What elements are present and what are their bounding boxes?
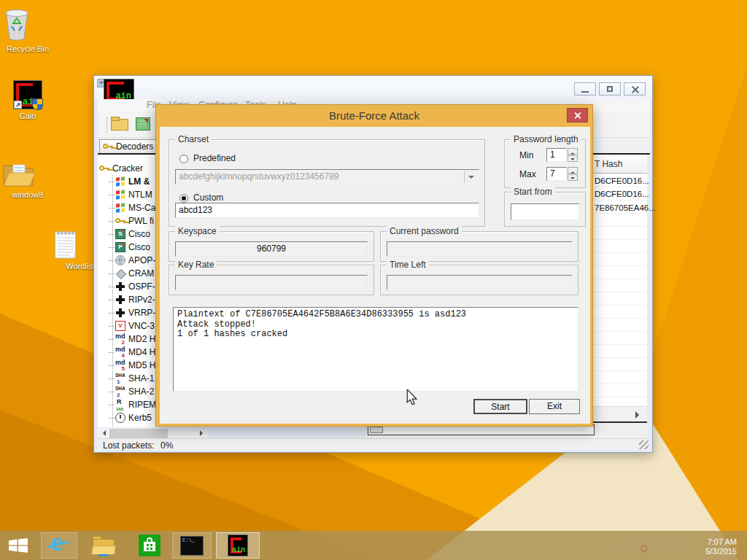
password-length-group: Password length Min 1 Max 7 (504, 139, 586, 188)
key-icon (103, 141, 113, 152)
window-titlebar[interactable] (94, 76, 652, 99)
taskbar: C:\_ aín (0, 531, 747, 560)
current-password-group: Current password (380, 231, 578, 262)
min-length-field[interactable]: 1 (546, 148, 567, 162)
start-sniffer-toolbar-icon[interactable] (136, 117, 150, 131)
cain-app-icon: aín ↗ (13, 80, 42, 109)
vnc-icon: V (115, 321, 125, 331)
keyspace-field: 960799 (175, 241, 368, 257)
tree-horizontal-scrollbar[interactable] (98, 428, 209, 439)
cisco-pix-icon: P (115, 242, 125, 252)
attack-output-box[interactable]: Plaintext of C7E86705EA4642F5B8A6E34D863… (173, 307, 578, 392)
key-rate-group: Key Rate (169, 265, 374, 295)
status-label: Lost packets: (103, 440, 155, 451)
open-file-toolbar-icon[interactable] (111, 119, 128, 131)
md2-icon (115, 334, 125, 344)
start-from-input[interactable] (511, 203, 579, 220)
current-password-field (387, 241, 572, 257)
taskbar-store[interactable] (131, 532, 168, 559)
key-rate-field (175, 275, 368, 290)
md4-icon (115, 347, 125, 357)
uac-shield-icon (32, 98, 43, 110)
internet-explorer-icon (46, 534, 72, 556)
scroll-right-arrow-icon[interactable] (635, 411, 643, 419)
min-length-spinner[interactable] (568, 148, 578, 162)
desktop-icon-label: window8 (12, 190, 44, 199)
bottom-tab[interactable] (370, 427, 383, 433)
desktop-icon-cain[interactable]: aín ↗ Cain (1, 80, 54, 120)
exit-button[interactable]: Exit (529, 399, 580, 414)
ripv2-routing-icon (115, 295, 125, 305)
spin-down-icon[interactable] (568, 155, 578, 162)
tray-clock[interactable]: 7:07 AM 5/3/2015 (686, 537, 737, 556)
column-nt-hash[interactable]: T Hash (595, 159, 622, 169)
toolbar-grip (102, 117, 107, 133)
dialog-title: Brute-Force Attack (156, 105, 592, 127)
start-button-windows[interactable] (0, 532, 36, 559)
kerb5-clock-icon (115, 413, 125, 423)
key-icon (99, 163, 109, 174)
windows-logo-icon (9, 538, 28, 553)
command-prompt-icon: C:\_ (180, 536, 204, 556)
dialog-close-button[interactable] (567, 108, 588, 122)
folder-icon (1, 159, 54, 188)
start-from-group: Start from (504, 192, 586, 227)
status-bar: Lost packets: 0% (98, 438, 650, 450)
hash-row[interactable]: D6CFE0D16... (595, 187, 649, 201)
charset-group: Charset Predefined abcdefghijklmnopqrstu… (169, 139, 485, 227)
dropdown-arrow-icon[interactable] (464, 171, 478, 183)
spin-up-icon[interactable] (568, 148, 578, 155)
cain-taskbar-icon: aín (228, 534, 248, 556)
key-icon (115, 216, 125, 226)
ospf-routing-icon (115, 281, 125, 292)
taskbar-ie[interactable] (41, 532, 77, 559)
max-length-field[interactable]: 7 (546, 167, 567, 181)
time-left-group: Time Left (380, 265, 578, 295)
file-explorer-icon (92, 536, 117, 555)
predefined-radio[interactable] (179, 155, 188, 163)
taskbar-cain-active[interactable]: aín (216, 532, 260, 559)
spin-down-icon[interactable] (568, 174, 578, 181)
windows-hash-icon (115, 176, 125, 187)
taskbar-command-prompt[interactable]: C:\_ (172, 532, 212, 559)
spin-up-icon[interactable] (568, 167, 578, 174)
desktop: Recycle Bin aín ↗ Cain window8 (0, 0, 747, 560)
apop-globe-icon (115, 255, 125, 265)
windows-store-icon (139, 534, 160, 556)
brute-force-dialog: Brute-Force Attack Charset Predefined ab… (155, 104, 593, 427)
minimize-button[interactable] (574, 82, 596, 96)
resize-grip[interactable] (639, 440, 649, 449)
desktop-icon-label: Cain (20, 112, 36, 120)
start-button[interactable]: Start (473, 399, 527, 414)
hash-row[interactable]: D6CFE0D16... (595, 174, 649, 187)
desktop-icon-label: Wordlist (66, 262, 95, 271)
scroll-left-arrow-icon[interactable] (100, 430, 106, 436)
sha2-icon (115, 386, 125, 397)
scrollbar-thumb[interactable] (109, 429, 168, 438)
max-length-spinner[interactable] (568, 167, 578, 181)
tray-time: 7:07 AM (686, 537, 737, 547)
vrrp-routing-icon (115, 308, 125, 318)
predefined-charset-dropdown[interactable]: abcdefghijklmnopqrstuvwxyz0123456789 (175, 169, 479, 184)
taskbar-file-explorer[interactable] (86, 532, 123, 559)
maximize-button[interactable] (599, 82, 621, 96)
hash-row[interactable]: 7E86705EA46... (595, 201, 656, 214)
time-left-field (387, 275, 572, 290)
window-close-button[interactable] (624, 82, 646, 96)
md5-icon (115, 360, 125, 370)
cisco-ios-icon: S (115, 229, 125, 239)
desktop-icon-recycle-bin[interactable]: Recycle Bin (1, 4, 54, 53)
keyspace-group: Keyspace 960799 (169, 231, 374, 262)
desktop-icon-window8[interactable]: window8 (1, 159, 54, 199)
windows-hash-icon (115, 189, 125, 200)
ripemd160-icon (115, 400, 125, 410)
tab-decoders[interactable]: Decoders (99, 139, 162, 153)
custom-radio[interactable] (179, 194, 188, 203)
status-value: 0% (160, 440, 173, 451)
attack-output-text: Plaintext of C7E86705EA4642F5B8A6E34D863… (174, 308, 578, 342)
scroll-right-arrow-icon[interactable] (200, 430, 206, 436)
cram-icon (115, 268, 125, 279)
tray-date: 5/3/2015 (686, 547, 737, 556)
custom-charset-input[interactable]: abcd123 (175, 203, 479, 218)
recycle-bin-icon (1, 4, 54, 42)
